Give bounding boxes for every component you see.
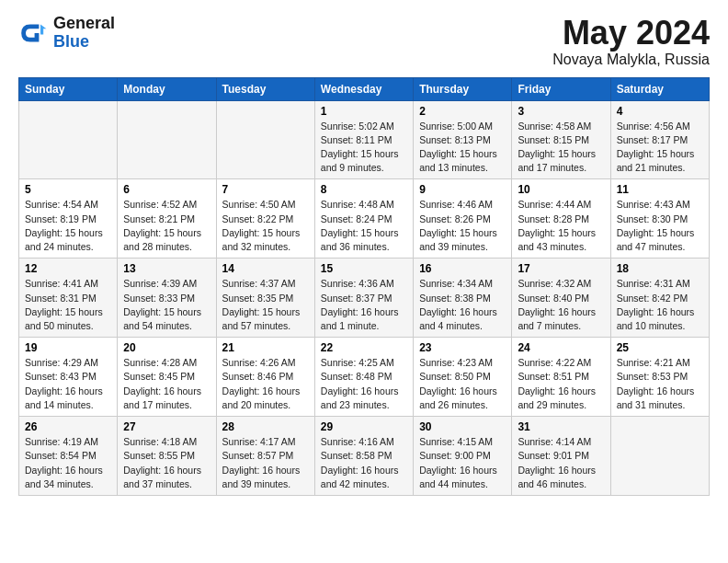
calendar-day-cell: 1Sunrise: 5:02 AM Sunset: 8:11 PM Daylig… [314,100,413,179]
day-number: 19 [25,341,111,354]
calendar-day-cell: 16Sunrise: 4:34 AM Sunset: 8:38 PM Dayli… [414,259,512,338]
header: General Blue May 2024 Novaya Malykla, Ru… [18,15,710,68]
calendar-day-cell: 29Sunrise: 4:16 AM Sunset: 8:58 PM Dayli… [314,417,413,496]
calendar-day-cell: 7Sunrise: 4:50 AM Sunset: 8:22 PM Daylig… [216,179,314,259]
calendar-day-header: Friday [512,77,610,100]
day-info: Sunrise: 4:16 AM Sunset: 8:58 PM Dayligh… [321,435,407,491]
title-block: May 2024 Novaya Malykla, Russia [552,15,710,68]
day-number: 3 [518,105,604,118]
day-info: Sunrise: 4:44 AM Sunset: 8:28 PM Dayligh… [518,198,604,254]
calendar-day-header: Thursday [414,77,512,100]
calendar-day-cell: 18Sunrise: 4:31 AM Sunset: 8:42 PM Dayli… [610,259,709,338]
calendar-day-cell: 4Sunrise: 4:56 AM Sunset: 8:17 PM Daylig… [610,100,709,179]
calendar-day-header: Sunday [19,77,118,100]
day-info: Sunrise: 4:23 AM Sunset: 8:50 PM Dayligh… [419,356,506,412]
day-number: 20 [123,341,210,354]
logo-icon [18,18,48,48]
day-info: Sunrise: 5:00 AM Sunset: 8:13 PM Dayligh… [419,120,506,176]
calendar-day-cell: 11Sunrise: 4:43 AM Sunset: 8:30 PM Dayli… [610,179,709,259]
day-number: 25 [617,341,703,354]
day-info: Sunrise: 4:32 AM Sunset: 8:40 PM Dayligh… [518,277,604,333]
month-title: May 2024 [552,15,710,52]
day-info: Sunrise: 4:15 AM Sunset: 9:00 PM Dayligh… [419,435,506,491]
day-info: Sunrise: 4:37 AM Sunset: 8:35 PM Dayligh… [222,277,309,333]
day-number: 23 [419,341,506,354]
day-number: 29 [321,420,407,433]
day-number: 14 [222,262,309,275]
day-number: 10 [518,183,604,196]
calendar-table: SundayMondayTuesdayWednesdayThursdayFrid… [18,77,710,496]
day-number: 2 [419,105,506,118]
calendar-day-cell: 15Sunrise: 4:36 AM Sunset: 8:37 PM Dayli… [314,259,413,338]
day-info: Sunrise: 4:39 AM Sunset: 8:33 PM Dayligh… [123,277,210,333]
calendar-day-cell: 26Sunrise: 4:19 AM Sunset: 8:54 PM Dayli… [19,417,118,496]
calendar-day-cell: 21Sunrise: 4:26 AM Sunset: 8:46 PM Dayli… [216,338,314,417]
day-info: Sunrise: 4:52 AM Sunset: 8:21 PM Dayligh… [123,198,210,254]
day-number: 1 [321,105,407,118]
day-number: 9 [419,183,506,196]
day-info: Sunrise: 4:18 AM Sunset: 8:55 PM Dayligh… [123,435,210,491]
calendar-day-cell: 25Sunrise: 4:21 AM Sunset: 8:53 PM Dayli… [610,338,709,417]
calendar-day-header: Saturday [610,77,709,100]
calendar-week-row: 5Sunrise: 4:54 AM Sunset: 8:19 PM Daylig… [19,179,710,259]
day-number: 17 [518,262,604,275]
calendar-day-cell: 14Sunrise: 4:37 AM Sunset: 8:35 PM Dayli… [216,259,314,338]
calendar-week-row: 19Sunrise: 4:29 AM Sunset: 8:43 PM Dayli… [19,338,710,417]
day-number: 26 [25,420,111,433]
subtitle: Novaya Malykla, Russia [552,52,710,68]
calendar-day-cell: 23Sunrise: 4:23 AM Sunset: 8:50 PM Dayli… [414,338,512,417]
day-number: 15 [321,262,407,275]
calendar-day-cell [19,100,118,179]
day-number: 13 [123,262,210,275]
day-number: 16 [419,262,506,275]
day-number: 28 [222,420,309,433]
day-info: Sunrise: 4:21 AM Sunset: 8:53 PM Dayligh… [617,356,703,412]
calendar-week-row: 12Sunrise: 4:41 AM Sunset: 8:31 PM Dayli… [19,259,710,338]
calendar-day-cell: 2Sunrise: 5:00 AM Sunset: 8:13 PM Daylig… [414,100,512,179]
day-info: Sunrise: 4:46 AM Sunset: 8:26 PM Dayligh… [419,198,506,254]
day-number: 18 [617,262,703,275]
calendar-day-header: Wednesday [314,77,413,100]
day-info: Sunrise: 4:41 AM Sunset: 8:31 PM Dayligh… [25,277,111,333]
day-number: 22 [321,341,407,354]
calendar-day-cell: 5Sunrise: 4:54 AM Sunset: 8:19 PM Daylig… [19,179,118,259]
page: General Blue May 2024 Novaya Malykla, Ru… [0,0,728,563]
calendar-day-cell [118,100,216,179]
calendar-day-cell: 6Sunrise: 4:52 AM Sunset: 8:21 PM Daylig… [118,179,216,259]
day-info: Sunrise: 4:26 AM Sunset: 8:46 PM Dayligh… [222,356,309,412]
calendar-day-cell: 17Sunrise: 4:32 AM Sunset: 8:40 PM Dayli… [512,259,610,338]
day-info: Sunrise: 4:22 AM Sunset: 8:51 PM Dayligh… [518,356,604,412]
day-info: Sunrise: 4:58 AM Sunset: 8:15 PM Dayligh… [518,120,604,176]
day-info: Sunrise: 4:17 AM Sunset: 8:57 PM Dayligh… [222,435,309,491]
day-info: Sunrise: 4:36 AM Sunset: 8:37 PM Dayligh… [321,277,407,333]
calendar-day-cell: 13Sunrise: 4:39 AM Sunset: 8:33 PM Dayli… [118,259,216,338]
calendar-day-cell: 20Sunrise: 4:28 AM Sunset: 8:45 PM Dayli… [118,338,216,417]
day-info: Sunrise: 4:14 AM Sunset: 9:01 PM Dayligh… [518,435,604,491]
day-number: 6 [123,183,210,196]
day-number: 11 [617,183,703,196]
calendar-day-cell: 24Sunrise: 4:22 AM Sunset: 8:51 PM Dayli… [512,338,610,417]
calendar-day-cell: 30Sunrise: 4:15 AM Sunset: 9:00 PM Dayli… [414,417,512,496]
calendar-header-row: SundayMondayTuesdayWednesdayThursdayFrid… [19,77,710,100]
day-number: 27 [123,420,210,433]
calendar-day-cell [216,100,314,179]
day-number: 8 [321,183,407,196]
calendar-week-row: 1Sunrise: 5:02 AM Sunset: 8:11 PM Daylig… [19,100,710,179]
day-info: Sunrise: 4:56 AM Sunset: 8:17 PM Dayligh… [617,120,703,176]
day-number: 5 [25,183,111,196]
day-number: 12 [25,262,111,275]
logo-text: General Blue [53,15,115,52]
day-number: 4 [617,105,703,118]
calendar-day-cell: 19Sunrise: 4:29 AM Sunset: 8:43 PM Dayli… [19,338,118,417]
calendar-week-row: 26Sunrise: 4:19 AM Sunset: 8:54 PM Dayli… [19,417,710,496]
day-info: Sunrise: 4:29 AM Sunset: 8:43 PM Dayligh… [25,356,111,412]
calendar-day-cell: 8Sunrise: 4:48 AM Sunset: 8:24 PM Daylig… [314,179,413,259]
calendar-day-cell: 27Sunrise: 4:18 AM Sunset: 8:55 PM Dayli… [118,417,216,496]
logo: General Blue [18,15,115,52]
day-info: Sunrise: 4:34 AM Sunset: 8:38 PM Dayligh… [419,277,506,333]
calendar-day-cell: 31Sunrise: 4:14 AM Sunset: 9:01 PM Dayli… [512,417,610,496]
calendar-day-cell: 9Sunrise: 4:46 AM Sunset: 8:26 PM Daylig… [414,179,512,259]
day-info: Sunrise: 4:54 AM Sunset: 8:19 PM Dayligh… [25,198,111,254]
day-info: Sunrise: 5:02 AM Sunset: 8:11 PM Dayligh… [321,120,407,176]
day-info: Sunrise: 4:25 AM Sunset: 8:48 PM Dayligh… [321,356,407,412]
